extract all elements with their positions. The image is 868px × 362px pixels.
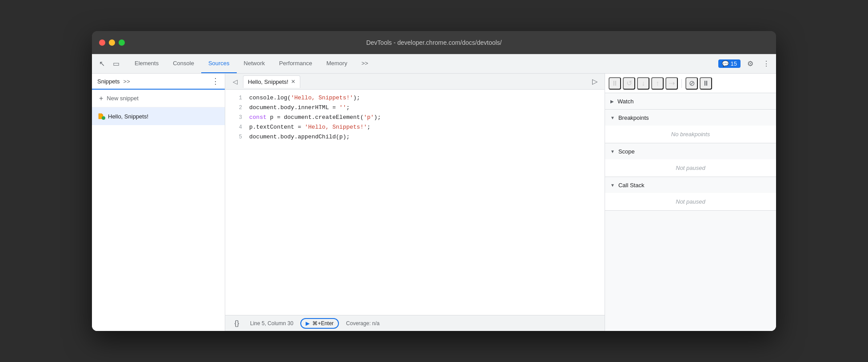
- code-content: document.body.innerHTML = '';: [249, 103, 350, 113]
- pause-button[interactable]: ⏸: [609, 77, 621, 90]
- scope-label: Scope: [618, 148, 635, 155]
- badge-icon: 💬: [722, 60, 729, 67]
- cursor-icon[interactable]: ↖: [96, 58, 108, 70]
- code-content: document.body.appendChild(p);: [249, 132, 350, 142]
- format-icon[interactable]: {}: [231, 317, 243, 330]
- badge-count: 15: [731, 60, 737, 67]
- window-title: DevTools - developer.chrome.com/docs/dev…: [366, 39, 502, 46]
- watch-label: Watch: [617, 98, 633, 105]
- editor-panel: ◁ Hello, Snippets! ✕ ▷ 1 console.log('He…: [225, 74, 605, 331]
- top-tab-bar: ↖ ▭ Elements Console Sources Network Per…: [92, 54, 776, 74]
- line-number: 3: [229, 113, 242, 122]
- callstack-section: ▼ Call Stack Not paused: [605, 177, 776, 211]
- snippets-more-icon[interactable]: >>: [123, 78, 130, 85]
- editor-tab-hello[interactable]: Hello, Snippets! ✕: [243, 75, 300, 88]
- watch-section: ▶ Watch: [605, 93, 776, 110]
- new-snippet-button[interactable]: + New snippet: [92, 90, 225, 107]
- minimize-button[interactable]: [109, 39, 115, 46]
- maximize-button[interactable]: [119, 39, 125, 46]
- device-toolbar-icon[interactable]: ▭: [110, 58, 122, 70]
- snippets-menu-icon[interactable]: ⋮: [211, 76, 219, 86]
- tab-elements[interactable]: Elements: [127, 54, 166, 73]
- line-number: 1: [229, 93, 242, 103]
- settings-icon[interactable]: ⚙: [744, 58, 757, 70]
- callstack-arrow: ▼: [610, 183, 615, 188]
- watch-header[interactable]: ▶ Watch: [605, 93, 776, 109]
- snippet-name: Hello, Snippets!: [108, 113, 148, 120]
- tab-memory[interactable]: Memory: [319, 54, 354, 73]
- code-editor[interactable]: 1 console.log('Hello, Snippets!'); 2 doc…: [225, 90, 605, 315]
- play-icon: ▶: [306, 320, 310, 327]
- right-panel: ⏸ ↺ ↓ ↑ ⇢ ⊘ ⏸ ▶ Watch: [605, 74, 776, 331]
- titlebar: DevTools - developer.chrome.com/docs/dev…: [92, 31, 776, 54]
- breakpoints-header[interactable]: ▼ Breakpoints: [605, 110, 776, 126]
- toolbar-left: ↖ ▭: [96, 58, 122, 70]
- close-button[interactable]: [99, 39, 105, 46]
- snippet-item-hello[interactable]: Hello, Snippets!: [92, 107, 225, 125]
- callstack-label: Call Stack: [618, 182, 645, 189]
- scope-empty: Not paused: [605, 159, 776, 177]
- line-number: 5: [229, 132, 242, 142]
- tab-more[interactable]: >>: [354, 54, 375, 73]
- tab-console[interactable]: Console: [166, 54, 201, 73]
- toolbar-right: 💬 15 ⚙ ⋮: [718, 58, 772, 70]
- code-content: const p = document.createElement('p');: [249, 113, 381, 122]
- editor-tab-bar: ◁ Hello, Snippets! ✕ ▷: [225, 74, 605, 90]
- tab-network[interactable]: Network: [237, 54, 272, 73]
- scope-arrow: ▼: [610, 149, 615, 154]
- main-tabs: Elements Console Sources Network Perform…: [127, 54, 375, 73]
- plus-icon: +: [99, 94, 103, 102]
- scope-header[interactable]: ▼ Scope: [605, 143, 776, 159]
- snippet-file-icon: [97, 113, 104, 120]
- snippet-run-dot: [102, 116, 105, 120]
- code-line-1: 1 console.log('Hello, Snippets!');: [225, 93, 605, 103]
- snippets-panel-header: Snippets >> ⋮: [92, 74, 225, 90]
- snippets-title: Snippets: [97, 78, 120, 85]
- breakpoints-empty: No breakpoints: [605, 126, 776, 143]
- left-panel: Snippets >> ⋮ + New snippet: [92, 74, 225, 331]
- toolbar-separator: [681, 79, 682, 88]
- more-menu-icon[interactable]: ⋮: [760, 58, 772, 70]
- run-shortcut-label: ⌘+Enter: [312, 320, 334, 327]
- breakpoints-section: ▼ Breakpoints No breakpoints: [605, 110, 776, 143]
- main-area: Snippets >> ⋮ + New snippet: [92, 74, 776, 331]
- breakpoints-arrow: ▼: [610, 115, 615, 120]
- debug-sections: ▶ Watch ▼ Breakpoints No breakpoints: [605, 93, 776, 331]
- run-shortcut-button[interactable]: ▶ ⌘+Enter: [300, 318, 339, 329]
- line-number: 4: [229, 122, 242, 132]
- code-line-5: 5 document.body.appendChild(p);: [225, 132, 605, 142]
- pause-on-exception-icon[interactable]: ⏸: [700, 77, 712, 90]
- callstack-header[interactable]: ▼ Call Stack: [605, 177, 776, 193]
- step-button[interactable]: ⇢: [665, 77, 678, 90]
- step-over-button[interactable]: ↺: [623, 77, 635, 90]
- debugger-toolbar: ⏸ ↺ ↓ ↑ ⇢ ⊘ ⏸: [605, 74, 776, 93]
- navigator-icon[interactable]: ◁: [229, 75, 241, 88]
- window-controls: [99, 39, 125, 46]
- coverage-label: Coverage: n/a: [346, 320, 379, 327]
- callstack-empty: Not paused: [605, 193, 776, 210]
- deactivate-breakpoints-icon[interactable]: ⊘: [685, 77, 698, 90]
- tab-performance[interactable]: Performance: [272, 54, 319, 73]
- run-snippet-icon[interactable]: ▷: [589, 75, 601, 88]
- notification-badge[interactable]: 💬 15: [718, 59, 741, 68]
- code-line-4: 4 p.textContent = 'Hello, Snippets!';: [225, 122, 605, 132]
- code-line-3: 3 const p = document.createElement('p');: [225, 113, 605, 122]
- code-line-2: 2 document.body.innerHTML = '';: [225, 103, 605, 113]
- tab-sources[interactable]: Sources: [201, 54, 237, 73]
- cursor-position: Line 5, Column 30: [250, 320, 293, 327]
- step-into-button[interactable]: ↓: [637, 77, 649, 90]
- code-content: console.log('Hello, Snippets!');: [249, 93, 360, 103]
- new-snippet-label: New snippet: [107, 95, 139, 102]
- step-out-button[interactable]: ↑: [651, 77, 664, 90]
- devtools-window: DevTools - developer.chrome.com/docs/dev…: [92, 31, 776, 331]
- editor-status-bar: {} Line 5, Column 30 ▶ ⌘+Enter Coverage:…: [225, 315, 605, 331]
- breakpoints-label: Breakpoints: [618, 114, 649, 121]
- line-number: 2: [229, 103, 242, 113]
- editor-tab-label: Hello, Snippets!: [248, 79, 288, 85]
- code-content: p.textContent = 'Hello, Snippets!';: [249, 122, 370, 132]
- devtools-body: ↖ ▭ Elements Console Sources Network Per…: [92, 54, 776, 331]
- watch-arrow: ▶: [610, 99, 614, 104]
- scope-section: ▼ Scope Not paused: [605, 143, 776, 177]
- editor-tab-close-icon[interactable]: ✕: [291, 79, 295, 85]
